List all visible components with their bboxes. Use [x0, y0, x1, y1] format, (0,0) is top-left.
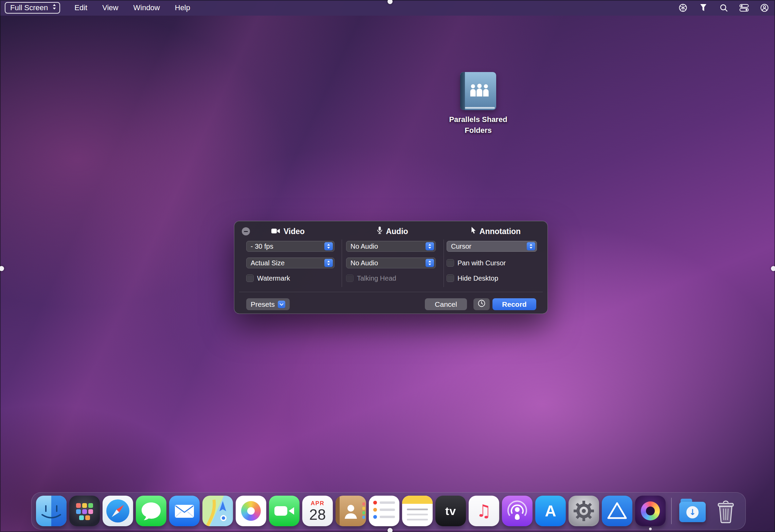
menu-items: Edit View Window Help	[67, 0, 198, 16]
selection-handle-bottom[interactable]	[388, 528, 393, 532]
dock-music[interactable]: ♫	[469, 496, 499, 526]
menu-edit[interactable]: Edit	[67, 0, 95, 16]
funnel-icon[interactable]	[698, 0, 708, 16]
three-people-icon	[469, 83, 490, 97]
dock-launchpad[interactable]	[69, 496, 100, 526]
shared-folders-book-icon	[460, 72, 496, 110]
dock-contacts[interactable]	[336, 496, 366, 526]
record-config-dialog: Video Audio Annotation - 30 fps Actual S…	[234, 221, 548, 314]
checkbox-box	[246, 274, 254, 282]
capture-size-select[interactable]: Actual Size	[246, 258, 335, 268]
updown-chevrons-icon	[426, 259, 434, 267]
menu-help[interactable]: Help	[167, 0, 198, 16]
cancel-button[interactable]: Cancel	[425, 298, 467, 310]
annotation-mode-select[interactable]: Cursor	[447, 241, 537, 252]
dock-podcasts[interactable]	[502, 496, 533, 526]
hide-desktop-checkbox[interactable]: Hide Desktop	[447, 274, 498, 283]
updown-chevrons-icon	[426, 242, 434, 250]
timer-button[interactable]	[473, 298, 490, 310]
menu-window[interactable]: Window	[126, 0, 167, 16]
dock-photos[interactable]	[236, 496, 266, 526]
dock-safari[interactable]	[103, 496, 133, 526]
calendar-day: 28	[309, 507, 326, 522]
dock-downloads[interactable]: ↓	[677, 496, 708, 526]
dock-parallels-desktop[interactable]	[602, 496, 632, 526]
dock-facetime[interactable]	[269, 496, 300, 526]
appstore-logo: A	[545, 502, 556, 520]
screenflow-aperture-icon	[635, 496, 666, 526]
updown-chevrons-icon	[324, 242, 333, 250]
checkbox-box	[346, 274, 354, 282]
stepper-chevrons-icon	[52, 3, 57, 13]
dock-notes[interactable]	[402, 496, 433, 526]
dock-finder[interactable]	[36, 496, 67, 526]
desktop-icon-parallels-shared-folders[interactable]: Parallels Shared Folders	[437, 72, 519, 136]
video-camera-icon	[271, 227, 280, 236]
watermark-checkbox[interactable]: Watermark	[246, 274, 290, 283]
dock-system-settings[interactable]	[569, 496, 599, 526]
video-section-title: Video	[234, 226, 342, 236]
cursor-icon	[471, 227, 476, 236]
column-divider	[444, 240, 444, 287]
aperture-icon[interactable]	[678, 0, 688, 16]
dock-screenflow[interactable]	[635, 496, 666, 526]
pan-with-cursor-checkbox[interactable]: Pan with Cursor	[447, 259, 506, 267]
checkbox-box	[447, 274, 454, 282]
desktop-screen: Full Screen Edit View Window Help	[0, 0, 775, 532]
calendar-month: APR	[311, 500, 324, 507]
account-icon[interactable]	[759, 0, 770, 16]
updown-chevrons-icon	[324, 259, 333, 267]
tv-logo: tv	[445, 504, 456, 518]
selection-handle-right[interactable]	[771, 266, 775, 271]
dock-calendar[interactable]: APR 28	[302, 496, 333, 526]
dock: APR 28 tv ♫	[31, 492, 746, 530]
audio-source-1-select[interactable]: No Audio	[346, 241, 436, 252]
updown-chevrons-icon	[527, 242, 535, 250]
audio-source-2-select[interactable]: No Audio	[346, 258, 436, 268]
record-button[interactable]: Record	[492, 298, 536, 310]
dock-trash[interactable]	[710, 496, 741, 526]
dock-reminders[interactable]	[369, 496, 399, 526]
annotation-section-title: Annotation	[444, 226, 548, 236]
dock-messages[interactable]	[136, 496, 166, 526]
dock-separator	[671, 498, 672, 524]
dock-app-store[interactable]: A	[535, 496, 566, 526]
photos-pinwheel-icon	[241, 501, 261, 521]
download-arrow-icon: ↓	[686, 506, 699, 518]
microphone-icon	[377, 226, 382, 236]
control-center-icon[interactable]	[739, 0, 749, 16]
fullscreen-selector-label: Full Screen	[10, 3, 48, 12]
running-indicator-dot	[649, 528, 652, 530]
checkbox-box	[447, 259, 454, 267]
status-menu-icons	[678, 0, 770, 16]
audio-section-title: Audio	[342, 226, 444, 236]
framerate-select[interactable]: - 30 fps	[246, 241, 335, 252]
clock-icon	[477, 299, 486, 309]
column-divider	[342, 240, 342, 287]
footer-divider	[239, 292, 543, 292]
music-note-icon: ♫	[476, 501, 492, 521]
presets-button[interactable]: Presets	[246, 298, 290, 310]
menu-view[interactable]: View	[95, 0, 126, 16]
dock-mail[interactable]	[169, 496, 200, 526]
dock-apple-tv[interactable]: tv	[435, 496, 466, 526]
search-icon[interactable]	[719, 0, 729, 16]
chevron-down-icon	[278, 301, 285, 308]
desktop-icon-label: Parallels Shared Folders	[437, 114, 519, 136]
dock-maps[interactable]	[202, 496, 233, 526]
talking-head-checkbox: Talking Head	[346, 274, 396, 283]
fullscreen-selector[interactable]: Full Screen	[5, 2, 60, 14]
